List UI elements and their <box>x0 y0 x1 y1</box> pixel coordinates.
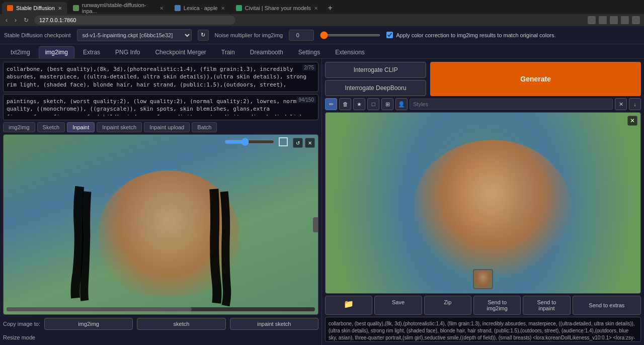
positive-prompt-box: collarbone, (best quality),(8k, 3d),(pho… <box>3 62 318 92</box>
sub-tabs: img2img Sketch Inpaint Inpaint sketch In… <box>3 122 318 132</box>
canvas-undo-button[interactable]: ↺ <box>293 138 303 148</box>
tab-label-civitai: Civitai | Share your models <box>245 5 311 11</box>
address-input[interactable] <box>34 16 235 25</box>
forward-button[interactable]: › <box>13 17 18 24</box>
tab-favicon-runway <box>73 5 79 11</box>
new-tab-button[interactable]: + <box>324 2 336 14</box>
browser-action-3[interactable] <box>610 16 618 24</box>
interrogate-area: Interrogate CLIP Interrogate DeepBooru <box>325 62 426 96</box>
tab-civitai[interactable]: Civitai | Share your models ✕ <box>231 2 323 14</box>
style-icon-star[interactable]: ★ <box>353 98 365 110</box>
browser-action-4[interactable] <box>621 16 629 24</box>
browser-action-5[interactable] <box>632 16 640 24</box>
action-buttons: 📁 Save Zip Send toimg2img Send toinpaint… <box>325 296 641 315</box>
copy-to-img2img-button[interactable]: img2img <box>44 318 133 330</box>
browser-action-2[interactable] <box>599 16 607 24</box>
negative-prompt-textarea[interactable]: paintings, sketch, (worst quality:2), (l… <box>4 95 318 116</box>
browser-chrome: Stable Diffusion ✕ runwayml/stable-diffu… <box>0 0 644 26</box>
back-button[interactable]: ‹ <box>4 17 9 24</box>
interrogate-clip-button[interactable]: Interrogate CLIP <box>325 62 426 78</box>
canvas-clear-button[interactable]: ✕ <box>305 138 315 148</box>
folder-icon: 📁 <box>344 299 354 309</box>
style-apply-button[interactable]: ↓ <box>629 98 641 110</box>
left-panel: collarbone, (best quality),(8k, 3d),(pho… <box>0 59 322 345</box>
copy-to-sketch-button[interactable]: sketch <box>137 318 225 330</box>
send-to-inpaint-label: Send toinpaint <box>537 299 556 311</box>
noise-slider[interactable] <box>320 34 380 36</box>
style-dropdown-button[interactable]: ✕ <box>615 98 627 110</box>
app-main: Stable Diffusion checkpoint sd-v1-5-inpa… <box>0 26 644 345</box>
sub-tab-sketch[interactable]: Sketch <box>37 122 65 132</box>
tab-favicon-sd <box>7 5 13 11</box>
sub-tab-inpaint-sketch[interactable]: Inpaint sketch <box>97 122 142 132</box>
save-label: Save <box>392 299 405 305</box>
nav-tab-extras[interactable]: Extras <box>76 46 107 58</box>
noise-input[interactable] <box>289 30 314 41</box>
sub-tab-img2img[interactable]: img2img <box>3 122 35 132</box>
zip-label: Zip <box>444 299 451 305</box>
save-button[interactable]: Save <box>374 296 422 315</box>
sub-tab-inpaint[interactable]: Inpaint <box>67 122 95 132</box>
right-panel: Interrogate CLIP Interrogate DeepBooru G… <box>322 59 644 345</box>
nav-tab-train[interactable]: Train <box>215 46 242 58</box>
send-to-extras-button[interactable]: Send to extras <box>573 296 641 315</box>
style-icon-grid[interactable]: ⊞ <box>381 98 393 110</box>
nav-tab-dreambooth[interactable]: Dreambooth <box>244 46 290 58</box>
refresh-checkpoint-button[interactable]: ↻ <box>198 30 209 41</box>
interrogate-deepbooru-button[interactable]: Interrogate DeepBooru <box>325 80 426 96</box>
tab-favicon-lexica <box>175 5 181 11</box>
copy-to-inpaint-sketch-button[interactable]: inpaint sketch <box>230 318 318 330</box>
tab-label-sd: Stable Diffusion <box>16 5 55 11</box>
folder-button[interactable]: 📁 <box>325 296 372 315</box>
inpaint-canvas[interactable]: ↺ ✕ <box>3 134 318 315</box>
send-to-img2img-label: Send toimg2img <box>487 299 508 311</box>
nav-tab-settings[interactable]: Settings <box>292 46 327 58</box>
sub-tab-inpaint-upload[interactable]: Inpaint upload <box>144 122 190 132</box>
top-bar: Stable Diffusion checkpoint sd-v1-5-inpa… <box>0 26 644 44</box>
tab-close-civitai[interactable]: ✕ <box>314 6 318 11</box>
noise-label: Noise multiplier for img2img <box>215 32 283 38</box>
browser-action-1[interactable] <box>588 16 596 24</box>
result-close-button[interactable]: ✕ <box>627 116 637 126</box>
checkpoint-select[interactable]: sd-v1-5-inpainting.ckpt [c6bbc15e32] <box>77 29 192 41</box>
negative-prompt-counter: 94/150 <box>296 97 316 103</box>
send-to-img2img-button[interactable]: Send toimg2img <box>473 296 521 315</box>
browser-actions <box>588 16 640 24</box>
generate-button[interactable]: Generate <box>430 62 641 96</box>
nav-tab-img2img[interactable]: img2img <box>39 46 74 58</box>
result-thumbnail[interactable] <box>473 269 493 289</box>
sub-tab-batch[interactable]: Batch <box>192 122 217 132</box>
style-icon-person[interactable]: 👤 <box>395 98 408 110</box>
canvas-toolbar: ↺ ✕ <box>293 138 315 148</box>
result-thumb-preview <box>474 270 492 288</box>
tab-close-runway[interactable]: ✕ <box>159 6 164 11</box>
tab-close-lexica[interactable]: ✕ <box>221 6 225 11</box>
result-face-simulation <box>414 140 571 275</box>
color-correction-checkbox[interactable] <box>386 32 393 38</box>
style-icon-square[interactable]: □ <box>367 98 379 110</box>
nav-tab-pnginfo[interactable]: PNG Info <box>109 46 146 58</box>
positive-prompt-textarea[interactable]: collarbone, (best quality),(8k, 3d),(pho… <box>4 62 318 88</box>
tab-runway[interactable]: runwayml/stable-diffusion-inpa... ✕ <box>68 2 169 14</box>
styles-input[interactable] <box>410 99 613 110</box>
nav-tabs: txt2img img2img Extras PNG Info Checkpoi… <box>0 44 644 59</box>
style-icon-trash[interactable]: 🗑 <box>339 98 351 110</box>
nav-tab-txt2img[interactable]: txt2img <box>4 46 37 58</box>
result-photo-background <box>326 113 640 293</box>
nav-tab-checkpoint-merger[interactable]: Checkpoint Merger <box>148 46 212 58</box>
zip-button[interactable]: Zip <box>424 296 471 315</box>
brush-size-slider[interactable] <box>224 138 275 146</box>
send-to-inpaint-button[interactable]: Send toinpaint <box>523 296 570 315</box>
tab-lexica[interactable]: Lexica · apple ✕ <box>170 2 230 14</box>
tab-close-sd[interactable]: ✕ <box>58 6 62 11</box>
style-icon-pencil[interactable]: ✏ <box>325 98 337 110</box>
positive-prompt-counter: 2/75 <box>302 64 316 71</box>
tab-stable-diffusion[interactable]: Stable Diffusion ✕ <box>2 2 67 14</box>
face-simulation <box>98 170 239 296</box>
nav-tab-extensions[interactable]: Extensions <box>329 46 371 58</box>
address-bar: ‹ › ↻ <box>0 14 644 26</box>
reload-button[interactable]: ↻ <box>22 17 30 24</box>
panel-resize-handle[interactable] <box>313 217 318 232</box>
color-correction-area: Apply color correction to img2img result… <box>386 32 555 38</box>
canvas-scrollbar[interactable] <box>7 307 315 311</box>
